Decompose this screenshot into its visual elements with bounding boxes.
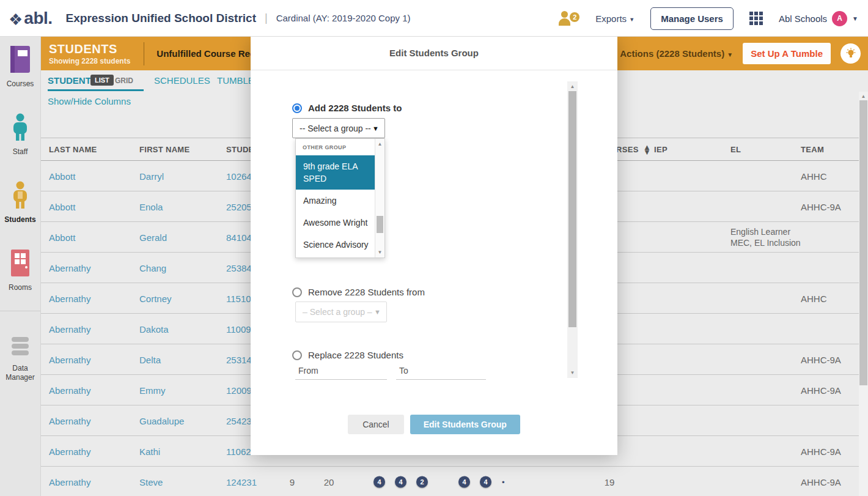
column-header-iep[interactable]: IEP xyxy=(654,145,668,154)
student-last-name-link[interactable]: Abernathy xyxy=(49,262,90,273)
edit-students-group-button[interactable]: Edit Students Group xyxy=(410,415,520,434)
count-badge[interactable]: 2 xyxy=(416,476,428,487)
student-first-name-link[interactable]: Dakota xyxy=(139,324,169,334)
tab-schedules[interactable]: SCHEDULES xyxy=(154,75,210,86)
apps-grid-icon[interactable] xyxy=(749,12,763,25)
student-first-name-link[interactable]: Enola xyxy=(139,201,163,212)
listbox-scrollbar[interactable]: ▲ ▼ xyxy=(375,139,384,257)
dropdown-caret-icon: ▼ xyxy=(374,308,381,316)
sidebar-item-rooms[interactable]: Rooms xyxy=(0,249,40,292)
account-menu[interactable]: Abl Schools A ▼ xyxy=(779,11,858,26)
listbox-group-header: OTHER GROUP xyxy=(296,139,376,155)
student-first-name-link[interactable]: Cortney xyxy=(139,293,172,303)
tab-students[interactable]: STUDENTS xyxy=(48,75,97,86)
student-last-name-link[interactable]: Abbott xyxy=(49,201,75,212)
listbox-option[interactable]: 9th grade ELA SPED xyxy=(296,155,376,190)
student-id-link[interactable]: 124231 xyxy=(226,476,257,487)
column-header-courses[interactable]: RSES xyxy=(616,145,639,154)
student-first-name-link[interactable]: Guadalupe xyxy=(139,415,184,426)
student-first-name-link[interactable]: Kathi xyxy=(139,446,160,456)
student-first-name-link[interactable]: Gerald xyxy=(139,232,167,242)
scroll-up-arrow-icon[interactable]: ▲ xyxy=(375,141,384,147)
radio-add-students[interactable]: Add 2228 Students to xyxy=(292,103,402,113)
count-badge[interactable]: 4 xyxy=(480,476,491,487)
abl-logo[interactable]: ❖ abl. xyxy=(9,9,53,28)
staff-person-icon xyxy=(10,133,31,143)
student-last-name-link[interactable]: Abernathy xyxy=(49,385,90,395)
exports-menu[interactable]: Exports ▼ xyxy=(595,13,634,24)
student-first-name-link[interactable]: Delta xyxy=(139,354,161,365)
radio-unselected-icon[interactable] xyxy=(292,287,302,297)
count-badge[interactable]: 4 xyxy=(395,476,406,487)
group-select[interactable]: -- Select a group -- ▼ xyxy=(292,118,385,138)
student-first-name-link[interactable]: Emmy xyxy=(139,385,166,395)
student-last-name-link[interactable]: Abbott xyxy=(49,232,75,242)
sidebar-item-label: Courses xyxy=(0,80,40,89)
top-navigation-bar: ❖ abl. Expression Unified School Distric… xyxy=(0,0,868,37)
student-last-name-link[interactable]: Abernathy xyxy=(49,354,90,365)
student-last-name-link[interactable]: Abernathy xyxy=(49,415,90,426)
team-value: AHHC-9A xyxy=(801,476,841,487)
sidebar-item-courses[interactable]: Courses xyxy=(0,45,40,89)
sidebar-item-staff[interactable]: Staff xyxy=(0,113,40,157)
sidebar-item-students[interactable]: Students xyxy=(0,181,40,224)
radio-replace-students[interactable]: Replace 2228 Students xyxy=(292,350,403,360)
radio-remove-students[interactable]: Remove 2228 Students from xyxy=(292,287,425,297)
sidebar-item-label: Students xyxy=(0,215,40,224)
manage-users-button[interactable]: Manage Users xyxy=(650,7,734,30)
column-header-last-name[interactable]: LAST NAME xyxy=(49,145,97,154)
set-up-tumble-button[interactable]: Set Up A Tumble xyxy=(743,43,831,64)
student-last-name-link[interactable]: Abernathy xyxy=(49,476,90,487)
school-year-context[interactable]: Cardinal (AY: 2019-2020 Copy 1) xyxy=(276,13,411,23)
radio-selected-icon[interactable] xyxy=(292,103,302,113)
sort-arrows-icon[interactable]: ▲▼ xyxy=(643,145,651,155)
listbox-option[interactable]: Awesome Wright xyxy=(296,212,376,234)
student-id-link[interactable]: 11009 xyxy=(226,324,251,334)
lightbulb-icon[interactable] xyxy=(840,43,861,64)
group-select-disabled-value: – Select a group – xyxy=(303,307,374,317)
to-input[interactable] xyxy=(396,368,486,380)
request-badges-group: 44 xyxy=(458,476,491,487)
column-header-team[interactable]: TEAM xyxy=(801,145,824,154)
sidebar-divider xyxy=(0,311,40,311)
student-first-name-link[interactable]: Darryl xyxy=(139,171,164,181)
account-name: Abl Schools xyxy=(779,13,827,24)
listbox-scrollbar-thumb[interactable] xyxy=(377,216,383,233)
cancel-button[interactable]: Cancel xyxy=(348,415,404,434)
student-last-name-link[interactable]: Abernathy xyxy=(49,293,90,303)
person-icon xyxy=(561,11,568,18)
scroll-down-arrow-icon[interactable]: ▼ xyxy=(567,370,578,376)
modal-scrollbar-thumb[interactable] xyxy=(568,91,576,327)
from-input[interactable] xyxy=(295,368,387,380)
student-first-name-link[interactable]: Steve xyxy=(139,476,163,487)
chevron-down-icon: ▼ xyxy=(852,15,858,22)
actions-dropdown[interactable]: Actions (2228 Students) ▼ xyxy=(620,48,733,59)
radio-unselected-icon[interactable] xyxy=(292,350,302,360)
page-scrollbar[interactable]: ▲ xyxy=(859,92,868,496)
grid-view-toggle[interactable]: GRID xyxy=(115,76,133,85)
page-scrollbar-thumb[interactable] xyxy=(859,100,867,385)
column-header-student-id[interactable]: STUDE xyxy=(226,145,254,154)
scroll-up-arrow-icon[interactable]: ▲ xyxy=(567,84,578,89)
scroll-up-arrow-icon[interactable]: ▲ xyxy=(859,94,868,99)
abl-logo-icon: ❖ xyxy=(9,10,23,29)
student-last-name-link[interactable]: Abernathy xyxy=(49,446,90,456)
modal-scrollbar[interactable]: ▲ ▼ xyxy=(567,81,578,378)
count-badge[interactable]: 4 xyxy=(373,476,385,487)
column-header-el[interactable]: EL xyxy=(730,145,741,154)
sidebar-item-data-manager[interactable]: Data Manager xyxy=(0,336,40,382)
shared-users-icon[interactable]: 2 xyxy=(559,11,579,26)
student-last-name-link[interactable]: Abernathy xyxy=(49,324,90,334)
table-row: AbernathySteve12423192044244•19AHHC-9A xyxy=(41,467,859,496)
count-badge[interactable]: 4 xyxy=(458,476,470,487)
student-last-name-link[interactable]: Abbott xyxy=(49,171,75,181)
list-view-toggle[interactable]: LIST xyxy=(90,75,114,86)
listbox-option[interactable]: Amazing xyxy=(296,190,376,212)
student-id-link[interactable]: 84104 xyxy=(226,232,252,242)
scroll-down-arrow-icon[interactable]: ▼ xyxy=(375,250,384,255)
listbox-option[interactable]: Science Advisory xyxy=(296,234,376,256)
show-hide-columns-link[interactable]: Show/Hide Columns xyxy=(48,96,131,106)
team-value: AHHC-9A xyxy=(801,446,841,456)
student-first-name-link[interactable]: Chang xyxy=(139,262,166,273)
column-header-first-name[interactable]: FIRST NAME xyxy=(139,145,189,154)
